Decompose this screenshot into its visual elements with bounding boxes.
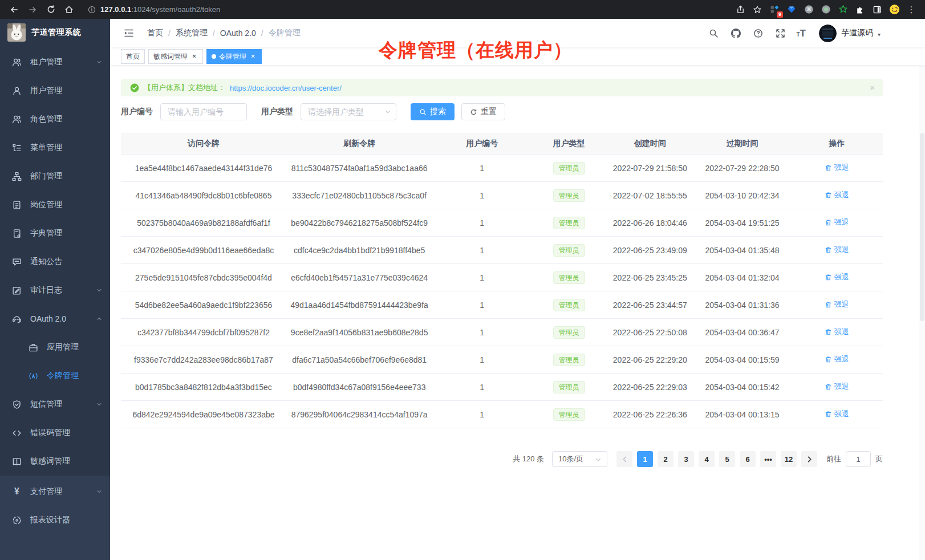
force-logout-button[interactable]: 强退 <box>825 272 849 282</box>
force-logout-button[interactable]: 强退 <box>825 327 849 337</box>
sidebar-item-error-codes[interactable]: 错误码管理 <box>0 419 110 447</box>
page-button-1[interactable]: 1 <box>637 451 653 467</box>
share-button[interactable] <box>733 3 747 17</box>
sidebar-item-report-designer[interactable]: 报表设计器 <box>0 506 110 534</box>
sidebar-item-payments[interactable]: ¥ 支付管理 <box>0 477 110 506</box>
sidebar-item-departments[interactable]: 部门管理 <box>0 162 110 190</box>
prev-page-button[interactable] <box>616 451 632 467</box>
force-logout-button[interactable]: 强退 <box>825 163 849 173</box>
page-button-3[interactable]: 3 <box>678 451 694 467</box>
close-alert-icon[interactable]: × <box>870 83 875 92</box>
sidebar-item-oauth2[interactable]: OAuth 2.0 <box>0 305 110 333</box>
fullscreen-button[interactable] <box>774 27 786 39</box>
doc-alert: 【用户体系】文档地址： https://doc.iocoder.cn/user-… <box>121 79 883 96</box>
browser-back-button[interactable] <box>7 2 22 17</box>
goto-page-input[interactable] <box>846 451 871 467</box>
sidebar-item-users[interactable]: 用户管理 <box>0 76 110 105</box>
address-bar[interactable]: 127.0.0.1:1024/system/oauth2/token <box>80 5 730 14</box>
sidebar-item-oauth-apps[interactable]: 应用管理 <box>0 333 110 362</box>
user-id-input[interactable] <box>160 103 247 120</box>
sidebar-item-label: 用户管理 <box>30 86 62 96</box>
sidebar-item-menus[interactable]: 菜单管理 <box>0 133 110 162</box>
user-menu[interactable]: 芋道源码 ▾ <box>819 25 881 42</box>
extension-star-button[interactable] <box>836 3 850 17</box>
total-count-label: 共 120 条 <box>513 454 544 464</box>
breadcrumb-oauth[interactable]: OAuth 2.0 <box>220 29 256 38</box>
search-button[interactable] <box>707 27 720 39</box>
user-type-select-input[interactable] <box>301 103 396 120</box>
reset-button[interactable]: 重置 <box>461 103 505 120</box>
font-size-button[interactable]: TT <box>796 29 806 38</box>
breadcrumb-home[interactable]: 首页 <box>147 28 163 38</box>
tab-token-management[interactable]: 令牌管理 × <box>206 49 262 64</box>
action-cell: 强退 <box>790 374 883 401</box>
sidebar-item-oauth-tokens[interactable]: 令牌管理 <box>0 362 110 390</box>
force-logout-button[interactable]: 强退 <box>825 382 849 392</box>
force-logout-button[interactable]: 强退 <box>825 245 849 255</box>
force-logout-button[interactable]: 强退 <box>825 409 849 419</box>
sidebar-item-audit-log[interactable]: 审计日志 <box>0 276 110 305</box>
page-button-5[interactable]: 5 <box>719 451 735 467</box>
sidebar-item-posts[interactable]: 岗位管理 <box>0 190 110 219</box>
user-type-badge: 管理员 <box>553 217 585 229</box>
breadcrumb-system[interactable]: 系统管理 <box>176 28 208 38</box>
refresh-token-cell: b0df4980ffd34c67a08f9156e4eee733 <box>286 374 433 401</box>
user-type-cell: 管理员 <box>532 401 606 428</box>
extension-command-button[interactable]: ⌘ <box>802 3 816 17</box>
page-button-4[interactable]: 4 <box>699 451 715 467</box>
sidebar-item-roles[interactable]: 角色管理 <box>0 105 110 133</box>
sidebar-item-label: 敏感词管理 <box>30 456 70 466</box>
token-icon <box>29 371 38 381</box>
user-type-select[interactable] <box>301 103 396 120</box>
app-logo[interactable]: 芋道管理系统 <box>0 19 110 46</box>
page-button-6[interactable]: 6 <box>740 451 756 467</box>
tab-home[interactable]: 首页 <box>121 49 145 64</box>
bookmark-button[interactable] <box>750 3 764 17</box>
sidebar-item-dictionary[interactable]: 字典管理 <box>0 219 110 247</box>
force-logout-button[interactable]: 强退 <box>825 190 849 200</box>
force-logout-label: 强退 <box>834 299 849 310</box>
sidebar-item-tenant[interactable]: 租户管理 <box>0 48 110 76</box>
extension-gem-button[interactable] <box>785 3 798 17</box>
access-token-cell: 502375b8040a469a9b82188afdf6af1f <box>121 209 286 237</box>
extension-widget-button[interactable]: 9 <box>768 3 781 17</box>
more-pages-button[interactable]: ••• <box>760 451 776 467</box>
profile-button[interactable] <box>887 3 901 17</box>
browser-forward-button[interactable] <box>25 2 40 17</box>
user-id-cell: 1 <box>432 182 532 209</box>
sidebar-item-sms[interactable]: 短信管理 <box>0 390 110 419</box>
close-tab-icon[interactable]: × <box>190 53 198 60</box>
tab-sensitive-words[interactable]: 敏感词管理 × <box>148 49 203 64</box>
caret-down-icon: ▾ <box>878 31 881 38</box>
page-size-select[interactable]: 10条/页 <box>552 451 607 467</box>
create-time-cell: 2022-07-02 18:55:55 <box>606 182 694 209</box>
github-button[interactable] <box>729 27 742 39</box>
sidebar-item-announcements[interactable]: 通知公告 <box>0 247 110 276</box>
scrollbar-thumb[interactable] <box>920 133 924 321</box>
org-chart-icon <box>12 172 22 181</box>
extension-recorder-button[interactable] <box>819 3 833 17</box>
doc-link[interactable]: https://doc.iocoder.cn/user-center/ <box>230 84 342 92</box>
search-label: 搜索 <box>430 107 446 117</box>
browser-home-button[interactable] <box>62 2 76 17</box>
browser-menu-button[interactable]: ⋮ <box>904 3 918 17</box>
collapse-sidebar-button[interactable] <box>119 23 139 43</box>
force-logout-button[interactable]: 强退 <box>825 354 849 364</box>
help-button[interactable] <box>752 27 764 39</box>
page-button-2[interactable]: 2 <box>658 451 674 467</box>
force-logout-button[interactable]: 强退 <box>825 299 849 310</box>
page-button-12[interactable]: 12 <box>781 451 797 467</box>
search-button-form[interactable]: 搜索 <box>411 103 455 120</box>
sidebar-item-label: 令牌管理 <box>47 371 79 381</box>
force-logout-button[interactable]: 强退 <box>825 217 849 228</box>
page-scrollbar[interactable] <box>919 19 925 560</box>
access-token-cell: 275e5de9151045fe87cbdc395e004f4d <box>121 264 286 291</box>
extensions-button[interactable] <box>853 3 867 17</box>
sidebar-item-sensitive-words[interactable]: 敏感词管理 <box>0 447 110 476</box>
browser-reload-button[interactable] <box>43 2 58 17</box>
split-view-button[interactable] <box>870 3 884 17</box>
table-row: f9336e7c7dd242a283ee98dc86b17a87 dfa6c71… <box>121 346 883 374</box>
announcement-icon <box>12 257 22 267</box>
next-page-button[interactable] <box>801 451 817 467</box>
close-tab-icon[interactable]: × <box>249 53 257 60</box>
